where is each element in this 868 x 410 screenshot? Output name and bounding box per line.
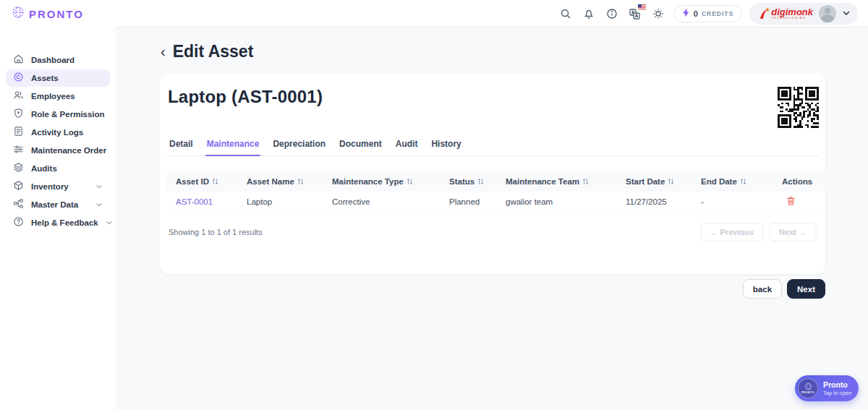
column-header-end-date[interactable]: End Date bbox=[692, 171, 773, 192]
network-icon bbox=[13, 198, 24, 212]
sidebar-item-label: Master Data bbox=[31, 200, 78, 209]
trash-icon bbox=[786, 196, 796, 206]
column-header-status[interactable]: Status bbox=[441, 171, 497, 192]
logo-text: PRONTO bbox=[29, 8, 84, 20]
next-button[interactable]: Next bbox=[787, 279, 825, 299]
digimonk-sub: TECHNOLOGIES bbox=[771, 17, 813, 20]
tab-detail[interactable]: Detail bbox=[168, 134, 195, 155]
previous-button[interactable]: ← Previous bbox=[700, 223, 765, 242]
column-header-maintenance-type[interactable]: Maintenance Type bbox=[323, 171, 441, 192]
status-cell: Planned bbox=[441, 192, 497, 213]
sidebar-item-label: Activity Logs bbox=[31, 128, 83, 137]
main-content: ‹ Edit Asset Laptop (AST-0001) DetailMai… bbox=[116, 27, 868, 410]
next-page-button[interactable]: Next → bbox=[769, 223, 817, 242]
digimonk-icon bbox=[758, 7, 770, 20]
layers-icon bbox=[13, 162, 24, 176]
translate-icon[interactable] bbox=[627, 6, 643, 22]
back-button[interactable]: back bbox=[743, 279, 782, 299]
widget-logo-text: PRONTO bbox=[801, 391, 815, 394]
actions-cell bbox=[773, 192, 825, 213]
page-title: Edit Asset bbox=[173, 42, 254, 61]
sort-icon[interactable] bbox=[297, 178, 304, 185]
tab-maintenance[interactable]: Maintenance bbox=[205, 134, 261, 155]
sidebar-item-inventory[interactable]: Inventory bbox=[6, 178, 110, 195]
sidebar-item-label: Dashboard bbox=[31, 56, 75, 64]
credits-label: CREDITS bbox=[702, 10, 733, 17]
column-header-asset-name[interactable]: Asset Name bbox=[238, 171, 323, 192]
column-header-start-date[interactable]: Start Date bbox=[617, 171, 692, 192]
qr-code bbox=[778, 87, 819, 128]
logs-icon bbox=[13, 126, 24, 140]
column-header-asset-id[interactable]: Asset ID bbox=[167, 171, 238, 192]
sidebar-item-label: Audits bbox=[31, 164, 57, 173]
maintenance-type-cell: Corrective bbox=[323, 192, 441, 213]
sort-icon[interactable] bbox=[740, 178, 746, 185]
widget-title: Pronto bbox=[823, 380, 851, 390]
sidebar-item-role-permission[interactable]: Role & Permission bbox=[6, 106, 110, 123]
sort-icon[interactable] bbox=[668, 178, 674, 185]
tab-depreciation[interactable]: Depreciation bbox=[271, 134, 327, 155]
digimonk-logo: digimonk TECHNOLOGIES bbox=[758, 7, 813, 20]
sidebar-item-activity-logs[interactable]: Activity Logs bbox=[6, 124, 110, 141]
sidebar-item-label: Assets bbox=[31, 74, 59, 82]
employees-icon bbox=[13, 90, 24, 103]
sidebar-item-label: Employees bbox=[31, 92, 75, 101]
sidebar-item-audits[interactable]: Audits bbox=[6, 160, 110, 177]
asset-name-cell: Laptop bbox=[238, 192, 323, 213]
back-chevron-icon[interactable]: ‹ bbox=[161, 44, 166, 59]
maintenance-table: Asset IDAsset NameMaintenance TypeStatus… bbox=[167, 171, 825, 213]
assets-icon bbox=[13, 72, 24, 85]
footer-actions: back Next bbox=[160, 279, 825, 299]
bell-icon[interactable] bbox=[581, 6, 597, 22]
tab-document[interactable]: Document bbox=[338, 134, 383, 155]
chevron-down-icon[interactable] bbox=[842, 7, 851, 20]
sidebar-item-master-data[interactable]: Master Data bbox=[6, 196, 110, 213]
sidebar-item-label: Maintenance Order bbox=[31, 146, 106, 155]
help-icon bbox=[13, 216, 24, 230]
app-logo[interactable]: PRONTO bbox=[0, 6, 84, 22]
sort-icon[interactable] bbox=[582, 178, 589, 185]
tab-audit[interactable]: Audit bbox=[394, 134, 420, 155]
tab-bar: DetailMaintenanceDepreciationDocumentAud… bbox=[167, 134, 818, 156]
credits-count: 0 bbox=[694, 9, 698, 18]
topbar: PRONTO 0 CREDITS bbox=[0, 0, 868, 27]
sidebar-item-dashboard[interactable]: Dashboard bbox=[6, 51, 110, 69]
column-header-actions: Actions bbox=[773, 171, 825, 192]
pronto-widget-icon: PRONTO bbox=[798, 378, 818, 398]
pagination: ← Previous Next → bbox=[700, 223, 817, 242]
sidebar-item-maintenance-order[interactable]: Maintenance Order bbox=[6, 142, 110, 159]
digimonk-name: digimonk bbox=[771, 7, 813, 17]
end-date-cell: - bbox=[692, 192, 773, 213]
sidebar-item-employees[interactable]: Employees bbox=[6, 87, 110, 105]
credits-badge[interactable]: 0 CREDITS bbox=[673, 5, 742, 22]
sidebar-item-assets[interactable]: Assets bbox=[6, 69, 110, 87]
sort-icon[interactable] bbox=[407, 178, 413, 185]
table-row: AST-0001LaptopCorrectivePlannedgwalior t… bbox=[167, 192, 825, 213]
topbar-actions: 0 CREDITS digimonk TECHNOLOGIES bbox=[558, 3, 868, 25]
account-menu[interactable]: digimonk TECHNOLOGIES bbox=[749, 3, 858, 25]
widget-subtitle: Tap to open bbox=[823, 390, 851, 396]
info-icon[interactable] bbox=[604, 6, 620, 22]
home-icon bbox=[13, 54, 24, 67]
results-summary: Showing 1 to 1 of 1 results bbox=[169, 228, 263, 236]
chevron-down-icon bbox=[95, 180, 103, 193]
sidebar-item-label: Help & Feedback bbox=[31, 218, 98, 227]
sort-icon[interactable] bbox=[477, 178, 484, 185]
asset-id-cell[interactable]: AST-0001 bbox=[167, 192, 238, 213]
shield-icon bbox=[13, 108, 24, 121]
sliders-icon bbox=[13, 144, 24, 158]
theme-icon[interactable] bbox=[650, 6, 666, 22]
search-icon[interactable] bbox=[558, 6, 574, 22]
column-header-maintenance-team[interactable]: Maintenance Team bbox=[497, 171, 617, 192]
language-flag-us bbox=[638, 4, 646, 9]
bolt-icon bbox=[682, 7, 690, 20]
tab-history[interactable]: History bbox=[430, 134, 462, 155]
avatar[interactable] bbox=[819, 5, 836, 22]
delete-button[interactable] bbox=[786, 196, 796, 208]
pronto-chat-widget[interactable]: PRONTO Pronto Tap to open bbox=[795, 375, 859, 401]
table-header: Asset IDAsset NameMaintenance TypeStatus… bbox=[167, 171, 825, 192]
chevron-down-icon bbox=[106, 216, 113, 229]
sort-icon[interactable] bbox=[212, 178, 218, 185]
sidebar-item-help-feedback[interactable]: Help & Feedback bbox=[6, 214, 110, 231]
table-footer: Showing 1 to 1 of 1 results ← Previous N… bbox=[167, 223, 818, 242]
